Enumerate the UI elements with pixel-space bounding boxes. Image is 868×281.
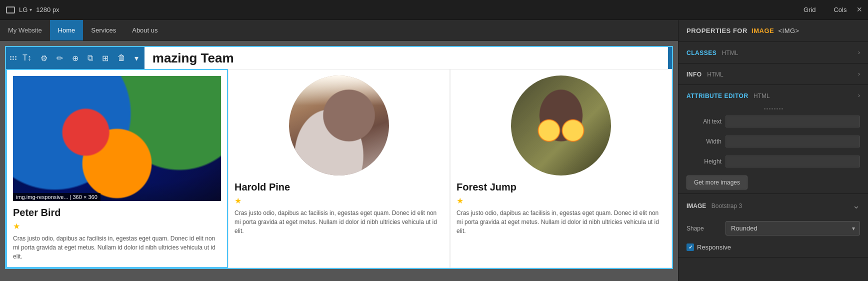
width-label: Width (686, 138, 722, 145)
nav-item-about[interactable]: About us (124, 20, 166, 40)
team-image-2[interactable] (289, 76, 389, 176)
shape-select-wrap: Default Rounded Circle Thumbnail ▾ (726, 221, 860, 236)
toolbar-edit-icon[interactable]: ✏ (54, 52, 66, 65)
alt-text-row: Alt text (678, 112, 868, 132)
drag-handle-icon (10, 56, 16, 60)
main-layout: My Website Home Services About us (0, 20, 868, 281)
team-card-3[interactable]: Forest Jump ★ Cras justo odio, dapibus a… (450, 69, 672, 268)
alt-text-input[interactable] (726, 116, 860, 128)
card-star-2: ★ (234, 196, 444, 206)
shape-label: Shape (686, 225, 722, 232)
info-chevron-icon: › (858, 70, 860, 78)
toolbar-more-icon[interactable]: ▾ (132, 52, 142, 65)
page-frame: T↕ ⚙ ✏ ⊕ ⧉ ⊞ 🗑 ▾ mazing Team (5, 46, 673, 269)
alt-text-label: Alt text (686, 118, 722, 125)
top-bar-center: Grid Cols (800, 4, 851, 16)
shape-row: Shape Default Rounded Circle Thumbnail ▾ (678, 217, 868, 240)
height-label: Height (686, 158, 722, 165)
responsive-row: Responsive (678, 240, 868, 257)
classes-section: CLASSES HTML › (678, 42, 868, 64)
info-sublabel: HTML (707, 71, 724, 78)
info-label: INFO (686, 71, 702, 78)
nav-item-home[interactable]: Home (50, 20, 84, 40)
width-row: Width (678, 132, 868, 152)
card-desc-3: Cras justo odio, dapibus ac facilisis in… (456, 208, 666, 236)
horse-image (289, 76, 389, 176)
image-section-header[interactable]: IMAGE Bootstrap 3 ⌄ (678, 194, 868, 217)
shape-select[interactable]: Default Rounded Circle Thumbnail (726, 221, 860, 236)
card-name-1: Peter Bird (13, 207, 221, 218)
canvas-area: My Website Home Services About us (0, 20, 678, 281)
height-input[interactable] (726, 156, 860, 168)
toolbar-delete-icon[interactable]: 🗑 (114, 52, 128, 64)
team-image-1[interactable]: img.img-responsive... | 360 × 360 (13, 76, 221, 201)
team-grid: img.img-responsive... | 360 × 360 Peter … (6, 69, 672, 268)
responsive-checkbox-wrap[interactable]: Responsive (686, 244, 731, 251)
device-chevron-icon: ▾ (30, 7, 32, 12)
responsive-checkbox[interactable] (686, 244, 694, 251)
grid-button[interactable]: Grid (800, 4, 820, 16)
width-input[interactable] (726, 136, 860, 148)
attr-editor-sublabel: HTML (754, 92, 770, 100)
top-bar-left: LG ▾ 1280 px (6, 6, 794, 14)
parrot-image (13, 76, 221, 201)
image-section-label: IMAGE (686, 202, 706, 210)
card-star-3: ★ (456, 196, 666, 206)
attribute-editor-header[interactable]: ATTRIBUTE EDITOR HTML › (678, 85, 868, 106)
divider-dots (678, 106, 868, 112)
nav-brand[interactable]: My Website (0, 26, 50, 34)
team-card-2[interactable]: Harold Pine ★ Cras justo odio, dapibus a… (228, 69, 450, 268)
top-bar: LG ▾ 1280 px Grid Cols × (0, 0, 868, 20)
info-section: INFO HTML › (678, 64, 868, 85)
section-heading: mazing Team (144, 47, 668, 69)
card-name-2: Harold Pine (234, 182, 444, 193)
info-section-header[interactable]: INFO HTML › (678, 64, 868, 84)
toolbar-copy-icon[interactable]: ⧉ (84, 52, 96, 64)
close-button[interactable]: × (856, 4, 862, 15)
classes-section-header[interactable]: CLASSES HTML › (678, 42, 868, 63)
canvas-content[interactable]: T↕ ⚙ ✏ ⊕ ⧉ ⊞ 🗑 ▾ mazing Team (0, 41, 678, 281)
panel-title: PROPERTIES FOR Image <img> (678, 20, 868, 42)
toolbar-grid-icon[interactable]: ⊞ (99, 52, 112, 65)
image-label-1: img.img-responsive... | 360 × 360 (13, 193, 100, 201)
device-selector[interactable]: LG ▾ (19, 6, 32, 14)
toolbar-settings-icon[interactable]: ⚙ (38, 52, 50, 65)
nav-items: Home Services About us (50, 20, 166, 40)
toolbar-search-icon[interactable]: ⊕ (69, 52, 82, 65)
card-desc-1: Cras justo odio, dapibus ac facilisis in… (13, 234, 221, 261)
image-bootstrap-section: IMAGE Bootstrap 3 ⌄ Shape Default Rounde… (678, 194, 868, 258)
toolbar-text-icon[interactable]: T↕ (20, 52, 34, 64)
attr-editor-chevron-icon: › (858, 92, 860, 99)
device-label: LG (19, 6, 28, 14)
nav-item-services[interactable]: Services (83, 20, 124, 40)
element-toolbar: T↕ ⚙ ✏ ⊕ ⧉ ⊞ 🗑 ▾ mazing Team (6, 47, 672, 69)
attr-editor-label: ATTRIBUTE EDITOR (686, 92, 748, 100)
website-nav: My Website Home Services About us (0, 20, 678, 41)
card-name-3: Forest Jump (456, 182, 666, 193)
get-more-images-button[interactable]: Get more images (686, 176, 748, 190)
height-row: Height (678, 152, 868, 172)
owl-image (511, 76, 611, 176)
image-section-sublabel: Bootstrap 3 (712, 202, 742, 210)
team-image-3[interactable] (511, 76, 611, 176)
classes-chevron-icon: › (858, 49, 860, 56)
resolution-display: 1280 px (36, 6, 59, 14)
card-desc-2: Cras justo odio, dapibus ac facilisis in… (234, 208, 444, 236)
monitor-icon (6, 6, 15, 14)
card-star-1: ★ (13, 222, 221, 231)
classes-label: CLASSES (686, 50, 716, 56)
right-panel: PROPERTIES FOR Image <img> CLASSES HTML … (678, 20, 868, 281)
attribute-editor-section: ATTRIBUTE EDITOR HTML › Alt text Width (678, 85, 868, 194)
classes-sublabel: HTML (722, 50, 738, 56)
cols-button[interactable]: Cols (830, 4, 850, 16)
image-section-chevron-icon: ⌄ (852, 200, 860, 211)
team-card-1[interactable]: img.img-responsive... | 360 × 360 Peter … (6, 69, 228, 268)
responsive-label: Responsive (697, 244, 731, 251)
